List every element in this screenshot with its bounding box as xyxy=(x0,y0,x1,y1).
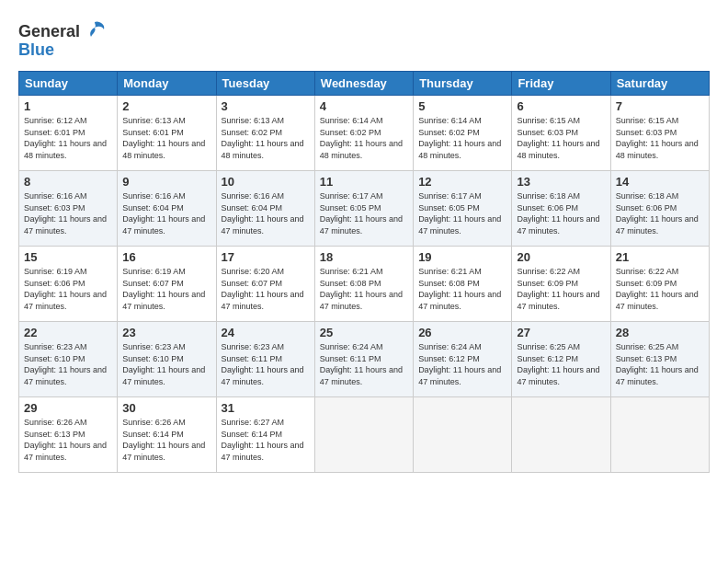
calendar-week-row: 29 Sunrise: 6:26 AMSunset: 6:13 PMDaylig… xyxy=(19,397,710,473)
day-info: Sunrise: 6:19 AMSunset: 6:06 PMDaylight:… xyxy=(24,266,112,312)
day-number: 8 xyxy=(24,175,112,189)
day-info: Sunrise: 6:18 AMSunset: 6:06 PMDaylight:… xyxy=(616,190,704,236)
calendar-day-cell: 31 Sunrise: 6:27 AMSunset: 6:14 PMDaylig… xyxy=(216,397,314,473)
calendar-day-cell: 26 Sunrise: 6:24 AMSunset: 6:12 PMDaylig… xyxy=(414,322,512,397)
calendar-day-cell: 22 Sunrise: 6:23 AMSunset: 6:10 PMDaylig… xyxy=(19,322,118,397)
day-info: Sunrise: 6:24 AMSunset: 6:12 PMDaylight:… xyxy=(418,341,506,387)
day-info: Sunrise: 6:16 AMSunset: 6:04 PMDaylight:… xyxy=(222,190,310,236)
calendar-day-cell: 19 Sunrise: 6:21 AMSunset: 6:08 PMDaylig… xyxy=(414,247,512,322)
calendar-day-cell: 7 Sunrise: 6:15 AMSunset: 6:03 PMDayligh… xyxy=(610,96,709,171)
day-info: Sunrise: 6:19 AMSunset: 6:07 PMDaylight:… xyxy=(122,266,210,312)
day-info: Sunrise: 6:26 AMSunset: 6:14 PMDaylight:… xyxy=(122,417,210,463)
day-number: 6 xyxy=(517,99,605,113)
weekday-header: Friday xyxy=(512,72,610,96)
day-info: Sunrise: 6:25 AMSunset: 6:12 PMDaylight:… xyxy=(517,341,605,387)
day-number: 2 xyxy=(122,99,210,113)
day-number: 18 xyxy=(320,250,408,264)
day-number: 12 xyxy=(418,175,506,189)
day-number: 13 xyxy=(517,175,605,189)
day-info: Sunrise: 6:17 AMSunset: 6:05 PMDaylight:… xyxy=(320,190,408,236)
day-info: Sunrise: 6:15 AMSunset: 6:03 PMDaylight:… xyxy=(616,115,704,161)
calendar-day-cell: 18 Sunrise: 6:21 AMSunset: 6:08 PMDaylig… xyxy=(314,247,413,322)
calendar-day-cell: 24 Sunrise: 6:23 AMSunset: 6:11 PMDaylig… xyxy=(216,322,314,397)
calendar-day-cell: 12 Sunrise: 6:17 AMSunset: 6:05 PMDaylig… xyxy=(414,171,512,247)
calendar-day-cell: 16 Sunrise: 6:19 AMSunset: 6:07 PMDaylig… xyxy=(118,247,216,322)
day-info: Sunrise: 6:21 AMSunset: 6:08 PMDaylight:… xyxy=(418,266,506,312)
calendar-week-row: 1 Sunrise: 6:12 AMSunset: 6:01 PMDayligh… xyxy=(19,96,710,171)
calendar-day-cell: 30 Sunrise: 6:26 AMSunset: 6:14 PMDaylig… xyxy=(118,397,216,473)
calendar-day-cell: 20 Sunrise: 6:22 AMSunset: 6:09 PMDaylig… xyxy=(512,247,610,322)
calendar-day-cell: 17 Sunrise: 6:20 AMSunset: 6:07 PMDaylig… xyxy=(216,247,314,322)
calendar-day-cell: 25 Sunrise: 6:24 AMSunset: 6:11 PMDaylig… xyxy=(314,322,413,397)
weekday-header: Wednesday xyxy=(314,72,413,96)
calendar-week-row: 22 Sunrise: 6:23 AMSunset: 6:10 PMDaylig… xyxy=(19,322,710,397)
day-info: Sunrise: 6:16 AMSunset: 6:03 PMDaylight:… xyxy=(24,190,112,236)
page: General Blue SundayMondayTuesdayWednesda… xyxy=(0,0,728,563)
calendar-day-cell: 11 Sunrise: 6:17 AMSunset: 6:05 PMDaylig… xyxy=(314,171,413,247)
weekday-header: Saturday xyxy=(610,72,709,96)
calendar-week-row: 8 Sunrise: 6:16 AMSunset: 6:03 PMDayligh… xyxy=(19,171,710,247)
day-number: 27 xyxy=(517,326,605,339)
day-number: 14 xyxy=(616,175,704,189)
day-info: Sunrise: 6:22 AMSunset: 6:09 PMDaylight:… xyxy=(616,266,704,312)
day-info: Sunrise: 6:25 AMSunset: 6:13 PMDaylight:… xyxy=(616,341,704,387)
calendar-day-cell: 8 Sunrise: 6:16 AMSunset: 6:03 PMDayligh… xyxy=(19,171,118,247)
day-number: 24 xyxy=(222,326,310,339)
day-info: Sunrise: 6:24 AMSunset: 6:11 PMDaylight:… xyxy=(320,341,408,387)
day-number: 25 xyxy=(320,326,408,339)
calendar-day-cell: 10 Sunrise: 6:16 AMSunset: 6:04 PMDaylig… xyxy=(216,171,314,247)
day-number: 29 xyxy=(24,401,112,415)
calendar-week-row: 15 Sunrise: 6:19 AMSunset: 6:06 PMDaylig… xyxy=(19,247,710,322)
day-info: Sunrise: 6:15 AMSunset: 6:03 PMDaylight:… xyxy=(517,115,605,161)
day-info: Sunrise: 6:14 AMSunset: 6:02 PMDaylight:… xyxy=(418,115,506,161)
day-info: Sunrise: 6:23 AMSunset: 6:10 PMDaylight:… xyxy=(24,341,112,387)
calendar-day-cell xyxy=(610,397,709,473)
weekday-header: Thursday xyxy=(414,72,512,96)
calendar-day-cell: 2 Sunrise: 6:13 AMSunset: 6:01 PMDayligh… xyxy=(118,96,216,171)
calendar-day-cell: 15 Sunrise: 6:19 AMSunset: 6:06 PMDaylig… xyxy=(19,247,118,322)
header: General Blue xyxy=(18,18,710,60)
calendar-day-cell: 28 Sunrise: 6:25 AMSunset: 6:13 PMDaylig… xyxy=(610,322,709,397)
day-number: 30 xyxy=(122,401,210,415)
day-number: 31 xyxy=(222,401,310,415)
logo-general: General xyxy=(18,22,80,41)
logo-bird-icon xyxy=(82,18,108,44)
calendar: SundayMondayTuesdayWednesdayThursdayFrid… xyxy=(18,71,710,473)
day-info: Sunrise: 6:12 AMSunset: 6:01 PMDaylight:… xyxy=(24,115,112,161)
calendar-day-cell: 9 Sunrise: 6:16 AMSunset: 6:04 PMDayligh… xyxy=(118,171,216,247)
day-number: 7 xyxy=(616,99,704,113)
day-info: Sunrise: 6:16 AMSunset: 6:04 PMDaylight:… xyxy=(122,190,210,236)
calendar-day-cell xyxy=(314,397,413,473)
calendar-day-cell: 6 Sunrise: 6:15 AMSunset: 6:03 PMDayligh… xyxy=(512,96,610,171)
day-number: 1 xyxy=(24,99,112,113)
calendar-day-cell: 23 Sunrise: 6:23 AMSunset: 6:10 PMDaylig… xyxy=(118,322,216,397)
day-number: 22 xyxy=(24,326,112,339)
day-info: Sunrise: 6:20 AMSunset: 6:07 PMDaylight:… xyxy=(222,266,310,312)
day-number: 19 xyxy=(418,250,506,264)
logo: General Blue xyxy=(18,18,108,60)
calendar-day-cell: 29 Sunrise: 6:26 AMSunset: 6:13 PMDaylig… xyxy=(19,397,118,473)
day-number: 16 xyxy=(122,250,210,264)
calendar-day-cell: 21 Sunrise: 6:22 AMSunset: 6:09 PMDaylig… xyxy=(610,247,709,322)
day-info: Sunrise: 6:17 AMSunset: 6:05 PMDaylight:… xyxy=(418,190,506,236)
calendar-header-row: SundayMondayTuesdayWednesdayThursdayFrid… xyxy=(19,72,710,96)
calendar-day-cell: 13 Sunrise: 6:18 AMSunset: 6:06 PMDaylig… xyxy=(512,171,610,247)
day-info: Sunrise: 6:27 AMSunset: 6:14 PMDaylight:… xyxy=(222,417,310,463)
weekday-header: Sunday xyxy=(19,72,118,96)
calendar-day-cell: 1 Sunrise: 6:12 AMSunset: 6:01 PMDayligh… xyxy=(19,96,118,171)
calendar-day-cell: 14 Sunrise: 6:18 AMSunset: 6:06 PMDaylig… xyxy=(610,171,709,247)
weekday-header: Monday xyxy=(118,72,216,96)
calendar-day-cell xyxy=(512,397,610,473)
day-number: 28 xyxy=(616,326,704,339)
day-info: Sunrise: 6:18 AMSunset: 6:06 PMDaylight:… xyxy=(517,190,605,236)
day-number: 20 xyxy=(517,250,605,264)
calendar-day-cell xyxy=(414,397,512,473)
calendar-day-cell: 5 Sunrise: 6:14 AMSunset: 6:02 PMDayligh… xyxy=(414,96,512,171)
day-number: 4 xyxy=(320,99,408,113)
day-number: 17 xyxy=(222,250,310,264)
day-info: Sunrise: 6:13 AMSunset: 6:01 PMDaylight:… xyxy=(122,115,210,161)
day-number: 10 xyxy=(222,175,310,189)
calendar-day-cell: 3 Sunrise: 6:13 AMSunset: 6:02 PMDayligh… xyxy=(216,96,314,171)
day-number: 5 xyxy=(418,99,506,113)
day-info: Sunrise: 6:23 AMSunset: 6:10 PMDaylight:… xyxy=(122,341,210,387)
